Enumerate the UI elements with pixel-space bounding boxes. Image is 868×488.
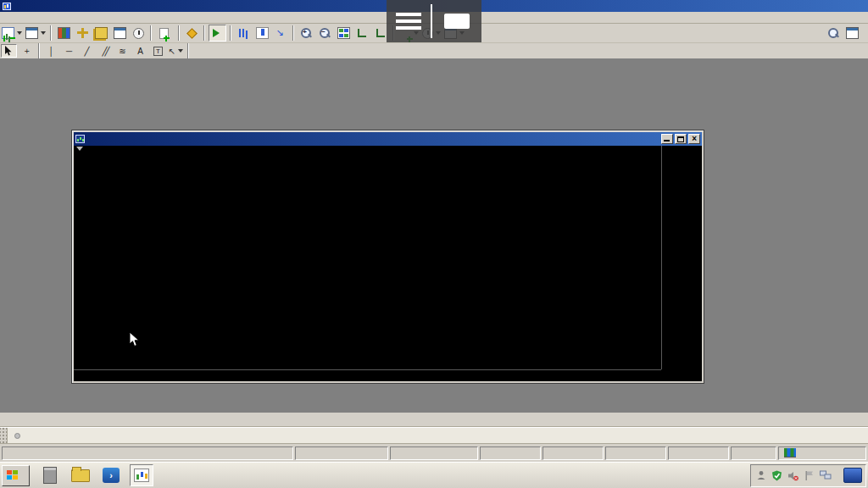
print-preview-icon: [827, 27, 839, 39]
start-button[interactable]: [2, 465, 30, 486]
tile-windows-button[interactable]: [335, 25, 352, 42]
toolbar-separator: [50, 25, 52, 41]
chart-close-button[interactable]: ×: [688, 134, 700, 144]
terminal-button[interactable]: [92, 25, 109, 42]
cursor-icon: [5, 46, 13, 56]
metatrader-app: + − ＋ │ ─ ╱ ╱╱ ≋ A T ↖: [0, 0, 868, 488]
strategy-tester-button[interactable]: [130, 25, 147, 42]
mouse-cursor: [129, 331, 140, 347]
status-candle-time: [390, 446, 478, 460]
windows-logo-icon: [7, 470, 19, 481]
toolbar-separator: [150, 25, 152, 41]
navigator-icon: [76, 27, 89, 39]
ohlc-toggle-icon[interactable]: [76, 147, 83, 151]
flag-icon[interactable]: [803, 469, 815, 482]
volume-muted-icon[interactable]: [787, 469, 799, 482]
new-order-button[interactable]: [155, 25, 175, 42]
tile-windows-icon: [337, 27, 350, 39]
text-tool-button[interactable]: A: [132, 44, 148, 58]
chart-area[interactable]: [74, 146, 702, 381]
candlestick-chart-icon: [256, 27, 269, 39]
server-shortcut[interactable]: [38, 464, 62, 486]
autotrading-icon: [213, 29, 220, 37]
print-preview-button[interactable]: [825, 25, 842, 42]
chevron-down-icon: [41, 31, 46, 35]
autotrading-button[interactable]: [209, 25, 226, 42]
bar-chart-button[interactable]: [235, 25, 252, 42]
taskbar: ›: [0, 462, 868, 488]
strategy-tester-icon: [133, 28, 144, 39]
chevron-down-icon: [178, 49, 183, 53]
toolbar-separator: [292, 25, 294, 41]
status-open: [480, 446, 541, 460]
metatrader-taskbar-button[interactable]: [130, 464, 153, 486]
new-chart-icon: [2, 27, 14, 39]
server-icon: [43, 467, 57, 484]
chevron-down-icon: [17, 31, 22, 35]
zoom-out-button[interactable]: −: [316, 25, 333, 42]
cursor-tool-button[interactable]: [1, 44, 17, 58]
horizontal-line-tool-button[interactable]: ─: [61, 44, 77, 58]
status-bar: [0, 444, 868, 462]
profiles-button[interactable]: [25, 25, 47, 42]
minimized-windows-row: [0, 396, 868, 413]
line-chart-button[interactable]: [272, 25, 289, 42]
traffic-icon: [784, 448, 796, 458]
text-label-tool-button[interactable]: T: [150, 44, 166, 58]
chart-icon: [75, 135, 85, 143]
powershell-shortcut[interactable]: ›: [99, 464, 123, 486]
new-chart-button[interactable]: [1, 25, 23, 42]
market-watch-button[interactable]: [55, 25, 72, 42]
toolbar-separator: [230, 25, 231, 41]
recorder-overlay: [387, 0, 481, 42]
menu-hamburger-icon[interactable]: [387, 13, 431, 30]
folder-shortcut[interactable]: [69, 464, 92, 486]
chart-window-eurchf[interactable]: ×: [71, 130, 704, 384]
crosshair-tool-button[interactable]: ＋: [19, 44, 35, 58]
terminal-icon: [95, 27, 108, 39]
app-icon: [3, 3, 11, 10]
toolbar-separator: [178, 25, 180, 41]
chart-tabs-bar: [0, 413, 868, 427]
trendline-tool-button[interactable]: ╱: [79, 44, 95, 58]
print-icon: [846, 27, 859, 39]
folder-icon: [71, 469, 90, 482]
channel-tool-button[interactable]: ╱╱: [97, 44, 113, 58]
language-indicator[interactable]: [843, 468, 862, 483]
text-icon: A: [137, 47, 143, 56]
chart-maximize-button[interactable]: [675, 134, 687, 144]
candlestick-chart-button[interactable]: [253, 25, 270, 42]
auto-scroll-button[interactable]: [353, 25, 370, 42]
security-shield-icon[interactable]: [771, 469, 783, 482]
toolbar-separator: [38, 43, 40, 58]
fibonacci-tool-button[interactable]: ≋: [114, 44, 131, 58]
data-window-button[interactable]: [111, 25, 128, 42]
system-tray: [750, 464, 866, 487]
time-axis[interactable]: [74, 369, 661, 381]
vertical-line-tool-button[interactable]: │: [43, 44, 59, 58]
status-profile[interactable]: [295, 446, 388, 460]
toolbar-drawing: ＋ │ ─ ╱ ╱╱ ≋ A T ↖: [0, 43, 868, 59]
network-icon[interactable]: [819, 469, 832, 482]
keyboard-icon[interactable]: [432, 14, 481, 29]
chart-minimize-button[interactable]: [661, 134, 673, 144]
status-low: [605, 446, 666, 460]
channel-icon: ╱╱: [102, 47, 107, 56]
terminal-drag-handle[interactable]: [0, 428, 8, 443]
print-button[interactable]: [843, 25, 860, 42]
metaeditor-button[interactable]: [183, 25, 200, 42]
user-session-icon[interactable]: [754, 469, 767, 482]
arrows-tool-button[interactable]: ↖: [168, 44, 184, 58]
horizontal-line-icon: ─: [66, 47, 72, 56]
toolbar-separator: [187, 43, 189, 58]
bar-chart-icon: [237, 27, 250, 39]
connection-dot-icon: [14, 433, 20, 439]
price-axis[interactable]: [661, 146, 702, 369]
zoom-in-button[interactable]: +: [298, 25, 314, 42]
ohlc-info: [76, 147, 86, 151]
chart-window-titlebar[interactable]: ×: [74, 132, 702, 146]
navigator-button[interactable]: [74, 25, 91, 42]
vertical-line-icon: │: [48, 47, 53, 56]
terminal-bar: [0, 427, 868, 444]
chart-shift-icon: [375, 27, 387, 39]
